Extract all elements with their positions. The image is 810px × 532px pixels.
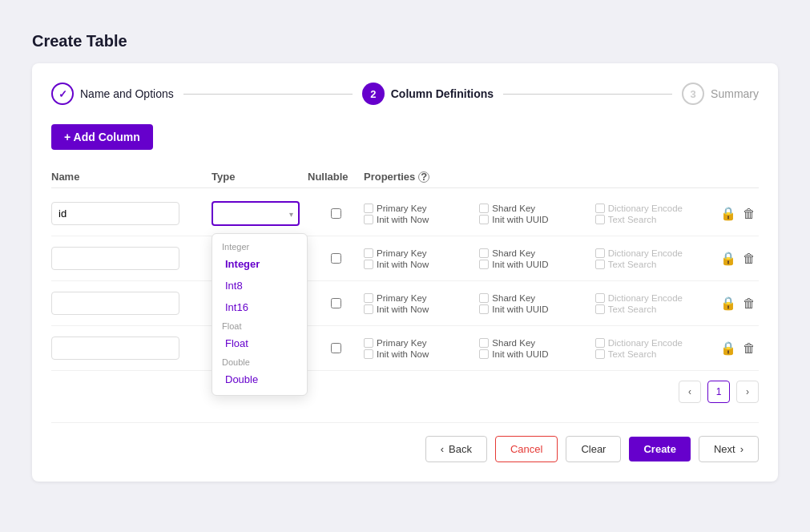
row-2-text-search[interactable]: Text Search [595,260,711,269]
next-chevron-icon: › [740,443,744,455]
row-3-text-search-checkbox[interactable] [595,304,605,314]
row-4-actions: 🔒 🗑 [711,341,759,356]
row-1-dict-encode[interactable]: Dictionary Encode [595,204,711,213]
row-4-lock-icon[interactable]: 🔒 [720,341,736,356]
row-1-init-now[interactable]: Init with Now [364,215,479,224]
step-divider-2 [503,94,672,95]
row-4-delete-icon[interactable]: 🗑 [743,341,756,356]
row-4-init-uuid-checkbox[interactable] [479,349,489,359]
row-2-init-now[interactable]: Init with Now [364,260,479,269]
row-2-nullable-checkbox[interactable] [331,253,341,264]
row-2-shard-key-checkbox[interactable] [479,248,489,258]
row-1-init-uuid-checkbox[interactable] [479,215,489,224]
dropdown-section-integer: Integer [212,239,307,253]
row-4-text-search[interactable]: Text Search [595,349,711,359]
row-3-text-search[interactable]: Text Search [595,304,711,314]
next-button[interactable]: Next › [699,436,759,462]
col-header-type: Type [212,171,308,183]
row-3-dict-encode[interactable]: Dictionary Encode [595,293,711,303]
dropdown-item-int16[interactable]: Int16 [212,296,307,318]
row-1-type-select[interactable]: Integer Int8 Int16 Float Double [212,201,300,226]
row-3-shard-key[interactable]: Shard Key [479,293,594,303]
row-4-nullable-checkbox[interactable] [331,343,341,353]
row-4-props-cell: Primary Key Shard Key Dictionary Encode … [364,338,711,359]
row-3-dict-encode-checkbox[interactable] [595,293,605,303]
row-1-lock-icon[interactable]: 🔒 [720,206,736,221]
row-2-init-now-checkbox[interactable] [364,260,373,269]
dropdown-item-integer[interactable]: Integer [212,253,307,275]
row-1-primary-key[interactable]: Primary Key [364,204,479,213]
row-1-text-search-checkbox[interactable] [595,215,605,224]
row-3-init-uuid-checkbox[interactable] [479,304,489,314]
row-3-primary-key-checkbox[interactable] [364,293,373,303]
table-row: Integer Int8 Int16 Float Double ▾ [51,191,759,236]
step-divider-1 [183,94,353,95]
row-2-init-uuid-checkbox[interactable] [479,260,489,269]
row-3-shard-key-checkbox[interactable] [479,293,489,303]
type-dropdown: Integer Integer Int8 Int16 Float Float D… [212,233,308,396]
row-1-shard-key-checkbox[interactable] [479,204,489,213]
dropdown-item-float[interactable]: Float [212,332,307,354]
row-4-shard-key[interactable]: Shard Key [479,338,594,348]
row-1-name-input[interactable] [51,202,179,225]
pagination-prev[interactable]: ‹ [679,381,701,403]
row-1-text-search[interactable]: Text Search [595,215,711,224]
step-3-circle: 3 [682,83,704,105]
dropdown-item-double[interactable]: Double [212,369,307,390]
row-4-text-search-checkbox[interactable] [595,349,605,359]
add-column-button[interactable]: + Add Column [51,124,153,150]
table-row: Integer Int8 Int16 Float Double ▾ [51,236,759,281]
row-1-init-uuid[interactable]: Init with UUID [479,215,594,224]
col-header-nullable: Nullable [308,171,364,183]
checkmark-icon [58,88,67,100]
row-4-primary-key-checkbox[interactable] [364,338,373,348]
row-2-dict-encode-checkbox[interactable] [595,248,605,258]
row-2-delete-icon[interactable]: 🗑 [743,252,756,266]
step-2-circle: 2 [362,83,385,105]
row-2-init-uuid[interactable]: Init with UUID [479,260,594,269]
row-1-primary-key-checkbox[interactable] [364,204,373,213]
clear-button[interactable]: Clear [566,436,621,462]
create-button[interactable]: Create [629,437,690,461]
row-4-dict-encode-checkbox[interactable] [595,338,605,348]
row-1-nullable-checkbox[interactable] [331,208,341,219]
row-2-lock-icon[interactable]: 🔒 [720,251,736,266]
row-2-name-input[interactable] [51,247,179,270]
row-1-init-now-checkbox[interactable] [364,215,373,224]
pagination-page-1[interactable]: 1 [707,381,730,403]
row-4-name-input[interactable] [51,337,179,360]
row-2-dict-encode[interactable]: Dictionary Encode [595,248,711,258]
row-4-init-uuid[interactable]: Init with UUID [479,349,594,359]
footer: ‹ Back Cancel Clear Create Next › [51,422,759,462]
row-1-dict-encode-checkbox[interactable] [595,204,605,213]
back-button[interactable]: ‹ Back [425,436,487,462]
row-2-primary-key-checkbox[interactable] [364,248,373,258]
row-3-lock-icon[interactable]: 🔒 [720,296,736,311]
row-1-delete-icon[interactable]: 🗑 [743,207,756,221]
dropdown-section-float: Float [212,318,307,332]
step-3-label: Summary [711,87,759,100]
row-3-nullable-checkbox[interactable] [331,298,341,308]
row-3-init-uuid[interactable]: Init with UUID [479,304,594,314]
main-card: Name and Options 2 Column Definitions 3 … [32,63,778,482]
row-4-init-now-checkbox[interactable] [364,349,373,359]
row-3-primary-key[interactable]: Primary Key [364,293,479,303]
row-2-shard-key[interactable]: Shard Key [479,248,594,258]
row-3-name-input[interactable] [51,292,179,315]
row-3-init-now-checkbox[interactable] [364,304,373,314]
row-4-primary-key[interactable]: Primary Key [364,338,479,348]
dropdown-item-int8[interactable]: Int8 [212,275,307,296]
step-1-circle [51,83,74,105]
pagination-next[interactable]: › [736,381,759,403]
row-4-dict-encode[interactable]: Dictionary Encode [595,338,711,348]
row-3-init-now[interactable]: Init with Now [364,304,479,314]
row-4-init-now[interactable]: Init with Now [364,349,479,359]
row-4-shard-key-checkbox[interactable] [479,338,489,348]
cancel-button[interactable]: Cancel [495,436,558,462]
row-2-text-search-checkbox[interactable] [595,260,605,269]
row-2-primary-key[interactable]: Primary Key [364,248,479,258]
col-header-name: Name [51,171,212,183]
row-1-shard-key[interactable]: Shard Key [479,204,594,213]
row-3-delete-icon[interactable]: 🗑 [743,296,756,311]
pagination: ‹ 1 › [51,381,759,403]
